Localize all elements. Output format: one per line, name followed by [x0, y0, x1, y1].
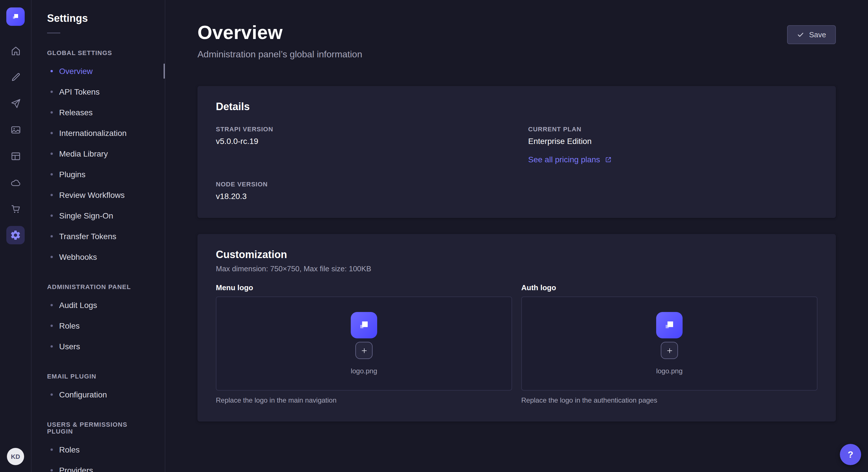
page-header: Overview Administration panel’s global i…: [197, 22, 836, 60]
current-plan-value: Enterprise Edition: [528, 136, 817, 146]
bullet-icon: [51, 111, 53, 113]
bullet-icon: [51, 304, 53, 306]
sidebar-item-transfer-tokens[interactable]: Transfer Tokens: [32, 226, 165, 247]
section-email-plugin: EMAIL PLUGIN: [32, 373, 165, 380]
menu-logo-filename: logo.png: [351, 367, 377, 375]
sidebar-divider: [47, 33, 60, 33]
global-settings-list: Overview API Tokens Releases Internation…: [32, 61, 165, 267]
current-plan-field: CURRENT PLAN Enterprise Edition See all …: [528, 126, 817, 165]
sidebar-item-media-library[interactable]: Media Library: [32, 143, 165, 164]
auth-logo-upload: Auth logo logo.png Replace the logo in t…: [521, 283, 817, 404]
details-grid: STRAPI VERSION v5.0.0-rc.19 CURRENT PLAN…: [216, 126, 817, 201]
add-auth-logo-button[interactable]: [661, 342, 678, 359]
app-window: KD Settings GLOBAL SETTINGS Overview API…: [0, 0, 868, 472]
sidebar-item-email-configuration[interactable]: Configuration: [32, 384, 165, 405]
customization-constraints: Max dimension: 750×750, Max file size: 1…: [216, 264, 817, 273]
strapi-version-label: STRAPI VERSION: [216, 126, 505, 133]
sidebar-item-up-providers[interactable]: Providers: [32, 460, 165, 472]
strapi-logo[interactable]: [6, 7, 25, 26]
details-card-title: Details: [216, 101, 817, 113]
avatar[interactable]: KD: [7, 448, 24, 465]
sidebar-item-internationalization[interactable]: Internationalization: [32, 123, 165, 143]
rail-icon-list: [6, 41, 25, 244]
bullet-icon: [51, 214, 53, 217]
bullet-icon: [51, 345, 53, 347]
bullet-icon: [51, 235, 53, 237]
home-icon[interactable]: [6, 41, 25, 60]
sidebar-item-up-roles[interactable]: Roles: [32, 439, 165, 460]
plus-icon: [665, 347, 673, 354]
save-button[interactable]: Save: [787, 25, 836, 44]
sidebar-item-plugins[interactable]: Plugins: [32, 164, 165, 185]
page-subtitle: Administration panel’s global informatio…: [197, 49, 362, 60]
email-plugin-list: Configuration: [32, 384, 165, 405]
sidebar-item-label: Media Library: [59, 149, 108, 158]
current-plan-label: CURRENT PLAN: [528, 126, 817, 133]
bullet-icon: [51, 91, 53, 93]
auth-logo-hint: Replace the logo in the authentication p…: [521, 396, 817, 404]
bullet-icon: [51, 448, 53, 451]
bullet-icon: [51, 256, 53, 258]
settings-gear-icon[interactable]: [6, 226, 25, 244]
sidebar-item-single-sign-on[interactable]: Single Sign-On: [32, 205, 165, 226]
administration-panel-list: Audit Logs Roles Users: [32, 295, 165, 357]
bullet-icon: [51, 194, 53, 196]
details-card: Details STRAPI VERSION v5.0.0-rc.19 CURR…: [197, 86, 836, 218]
settings-sidebar: Settings GLOBAL SETTINGS Overview API To…: [32, 0, 165, 472]
cart-icon[interactable]: [6, 200, 25, 218]
sidebar-item-admin-users[interactable]: Users: [32, 336, 165, 357]
save-label: Save: [809, 30, 826, 39]
node-version-label: NODE VERSION: [216, 181, 505, 188]
bullet-icon: [51, 70, 53, 72]
add-menu-logo-button[interactable]: [355, 342, 373, 359]
section-administration-panel: ADMINISTRATION PANEL: [32, 283, 165, 290]
menu-logo-label: Menu logo: [216, 283, 512, 292]
sidebar-item-label: Users: [59, 342, 80, 351]
menu-logo-upload: Menu logo logo.png Replace the logo in t…: [216, 283, 512, 404]
section-global-settings: GLOBAL SETTINGS: [32, 49, 165, 56]
page-title: Overview: [197, 22, 362, 43]
node-version-field: NODE VERSION v18.20.3: [216, 181, 505, 201]
sidebar-item-label: API Tokens: [59, 87, 100, 96]
sidebar-item-webhooks[interactable]: Webhooks: [32, 247, 165, 267]
sidebar-item-label: Providers: [59, 466, 93, 472]
sidebar-item-audit-logs[interactable]: Audit Logs: [32, 295, 165, 315]
main-nav-rail: KD: [0, 0, 32, 472]
plus-icon: [360, 347, 368, 354]
auth-logo-dropzone[interactable]: logo.png: [521, 297, 817, 391]
external-link-icon: [605, 156, 612, 163]
sidebar-item-label: Plugins: [59, 170, 86, 179]
help-button[interactable]: ?: [840, 444, 861, 465]
sidebar-item-admin-roles[interactable]: Roles: [32, 315, 165, 336]
sidebar-item-releases[interactable]: Releases: [32, 102, 165, 123]
sidebar-title: Settings: [32, 12, 165, 25]
users-permissions-list: Roles Providers: [32, 439, 165, 472]
pricing-plans-link[interactable]: See all pricing plans: [528, 155, 612, 164]
strapi-mark-icon: [356, 318, 371, 333]
sidebar-item-review-workflows[interactable]: Review Workflows: [32, 185, 165, 205]
menu-logo-dropzone[interactable]: logo.png: [216, 297, 512, 391]
sidebar-item-label: Roles: [59, 445, 80, 454]
check-icon: [797, 31, 805, 38]
strapi-version-value: v5.0.0-rc.19: [216, 136, 505, 146]
sidebar-item-overview[interactable]: Overview: [32, 61, 165, 81]
sidebar-item-api-tokens[interactable]: API Tokens: [32, 81, 165, 102]
section-users-permissions-plugin: USERS & PERMISSIONS PLUGIN: [32, 421, 165, 435]
sidebar-item-label: Transfer Tokens: [59, 232, 116, 241]
menu-logo-hint: Replace the logo in the main navigation: [216, 396, 512, 404]
content-area: Overview Administration panel’s global i…: [165, 0, 868, 472]
paper-plane-icon[interactable]: [6, 94, 25, 112]
strapi-logo-preview: [656, 312, 683, 338]
media-icon[interactable]: [6, 121, 25, 139]
sidebar-item-label: Single Sign-On: [59, 211, 113, 220]
layout-icon[interactable]: [6, 147, 25, 165]
pricing-plans-link-label: See all pricing plans: [528, 155, 600, 164]
cloud-icon[interactable]: [6, 173, 25, 192]
bullet-icon: [51, 325, 53, 327]
paintbrush-icon[interactable]: [6, 68, 25, 86]
bullet-icon: [51, 153, 53, 155]
auth-logo-label: Auth logo: [521, 283, 817, 292]
question-mark-icon: ?: [848, 449, 854, 460]
customization-card: Customization Max dimension: 750×750, Ma…: [197, 234, 836, 422]
sidebar-item-label: Internationalization: [59, 129, 127, 138]
